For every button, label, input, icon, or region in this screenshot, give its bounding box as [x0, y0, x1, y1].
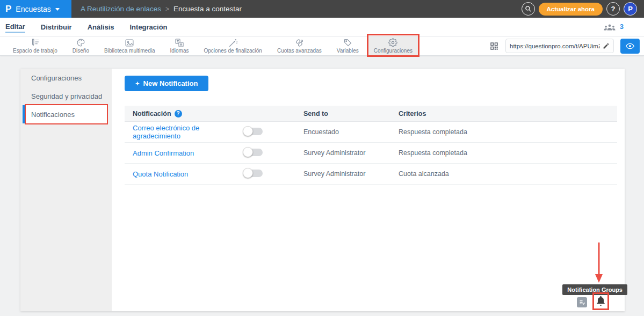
- sidebar-item-seguridad-y-privacidad[interactable]: Seguridad y privacidad: [20, 87, 112, 105]
- plus-icon: +: [135, 79, 140, 87]
- settings-sidebar: Configuraciones Seguridad y privacidad N…: [20, 69, 112, 311]
- palette-icon: [76, 38, 85, 47]
- send-to-value: Survey Administrator: [303, 170, 399, 178]
- notification-toggle[interactable]: [243, 170, 263, 177]
- notification-link[interactable]: Quota Notification: [133, 170, 243, 178]
- notification-link[interactable]: Correo electrónico de agradecimiento: [133, 124, 243, 140]
- tab-integracion[interactable]: Integración: [130, 21, 168, 32]
- qr-code-icon: [489, 41, 499, 51]
- criteria-value: Respuesta completada: [399, 149, 617, 157]
- breadcrumb-folder-link[interactable]: A Reutilizción de enlaces: [81, 5, 161, 13]
- breadcrumb-current: Encuesta a contestar: [173, 5, 242, 13]
- questionpro-logo-icon: P: [5, 4, 11, 13]
- table-header-row: Notificación ? Send to Criterios: [125, 106, 617, 122]
- sidebar-item-notificaciones[interactable]: Notificaciones: [23, 105, 108, 123]
- product-name: Encuestas: [16, 5, 50, 13]
- notification-toggle[interactable]: [243, 128, 263, 135]
- table-row: Admin Confirmation Survey Administrator …: [125, 143, 617, 164]
- topbar: P Encuestas A Reutilizción de enlaces > …: [0, 0, 644, 18]
- tab-editar[interactable]: Editar: [5, 21, 25, 33]
- translate-icon: [175, 38, 184, 47]
- checklist-icon: [578, 299, 585, 306]
- workspace-icon: [31, 38, 40, 47]
- product-switcher[interactable]: P Encuestas: [0, 0, 71, 18]
- header-notification: Notificación: [133, 110, 171, 117]
- toolbar-item-espacio-de-trabajo[interactable]: Espacio de trabajo: [8, 36, 63, 56]
- gear-icon: [388, 38, 397, 47]
- toolbar-item-diseno[interactable]: Diseño: [67, 36, 95, 56]
- chevron-down-icon: [55, 8, 60, 11]
- image-icon: [125, 38, 134, 47]
- settings-card: Configuraciones Seguridad y privacidad N…: [20, 69, 625, 311]
- toolbar-item-variables[interactable]: Variables: [331, 36, 364, 56]
- toolbar-right: https://questionpro.com/t/APUimZz: [489, 39, 640, 54]
- toolbar-item-idiomas[interactable]: Idiomas: [164, 36, 194, 56]
- breadcrumb: A Reutilizción de enlaces > Encuesta a c…: [81, 5, 242, 13]
- bell-icon: [596, 295, 606, 306]
- criteria-value: Respuesta completada: [399, 128, 617, 136]
- new-notification-button[interactable]: + New Notification: [125, 76, 208, 91]
- account-button[interactable]: P: [624, 2, 637, 16]
- magic-wand-icon: [228, 38, 238, 47]
- sidebar-item-configuraciones[interactable]: Configuraciones: [20, 69, 112, 87]
- collaborators-indicator[interactable]: 3: [603, 23, 624, 31]
- tab-distribuir[interactable]: Distribuir: [41, 21, 72, 32]
- toolbar-item-opciones-de-finalizacion[interactable]: Opciones de finalización: [199, 36, 267, 56]
- breadcrumb-separator: >: [165, 5, 169, 13]
- questionpro-app: P Encuestas A Reutilizción de enlaces > …: [0, 0, 644, 316]
- topbar-actions: Actualizar ahora ? P: [522, 2, 637, 16]
- notifications-table: Notificación ? Send to Criterios Correo …: [125, 106, 617, 185]
- notification-link[interactable]: Admin Confirmation: [133, 149, 243, 157]
- notification-toggle[interactable]: [243, 149, 263, 156]
- tab-analisis[interactable]: Análisis: [88, 21, 114, 32]
- survey-toolbar: Espacio de trabajo Diseño Biblioteca mul…: [0, 36, 644, 56]
- send-to-value: Survey Administrator: [303, 149, 399, 157]
- survey-url: https://questionpro.com/t/APUimZz: [510, 43, 600, 49]
- edit-pencil-icon[interactable]: [603, 42, 610, 49]
- header-criteria: Criterios: [399, 110, 617, 117]
- notification-groups-tooltip: Notification Groups: [562, 284, 627, 295]
- help-button[interactable]: ?: [606, 2, 620, 16]
- pending-emails-button[interactable]: [577, 297, 587, 307]
- toolbar-item-configuraciones[interactable]: Configuraciones: [368, 36, 418, 56]
- qr-code-button[interactable]: [489, 41, 499, 51]
- eye-icon: [626, 42, 634, 50]
- help-circle-icon[interactable]: ?: [175, 110, 182, 117]
- header-send-to: Send to: [303, 110, 399, 117]
- bottom-actions: [577, 294, 608, 309]
- people-group-icon: [603, 23, 616, 31]
- annotation-arrow: [595, 242, 603, 283]
- toolbar-item-cuotas-avanzadas[interactable]: Cuotas avanzadas: [272, 36, 327, 56]
- criteria-value: Cuota alcanzada: [399, 170, 617, 178]
- table-row: Quota Notification Survey Administrator …: [125, 164, 617, 185]
- search-icon: [525, 5, 532, 12]
- notification-groups-button[interactable]: [594, 294, 608, 309]
- main-nav: Editar Distribuir Análisis Integración 3: [0, 18, 644, 36]
- table-row: Correo electrónico de agradecimiento Enc…: [125, 122, 617, 143]
- send-to-value: Encuestado: [303, 128, 399, 136]
- notifications-panel: + New Notification Notificación ? Send t…: [112, 69, 625, 311]
- preview-button[interactable]: [620, 39, 640, 54]
- tag-icon: [343, 38, 352, 47]
- update-now-button[interactable]: Actualizar ahora: [539, 3, 603, 16]
- toolbar-item-biblioteca-multimedia[interactable]: Biblioteca multimedia: [99, 36, 161, 56]
- chain-links-icon: [294, 38, 304, 47]
- survey-url-box[interactable]: https://questionpro.com/t/APUimZz: [505, 39, 614, 53]
- collaborators-count: 3: [620, 23, 624, 31]
- search-button[interactable]: [522, 2, 535, 16]
